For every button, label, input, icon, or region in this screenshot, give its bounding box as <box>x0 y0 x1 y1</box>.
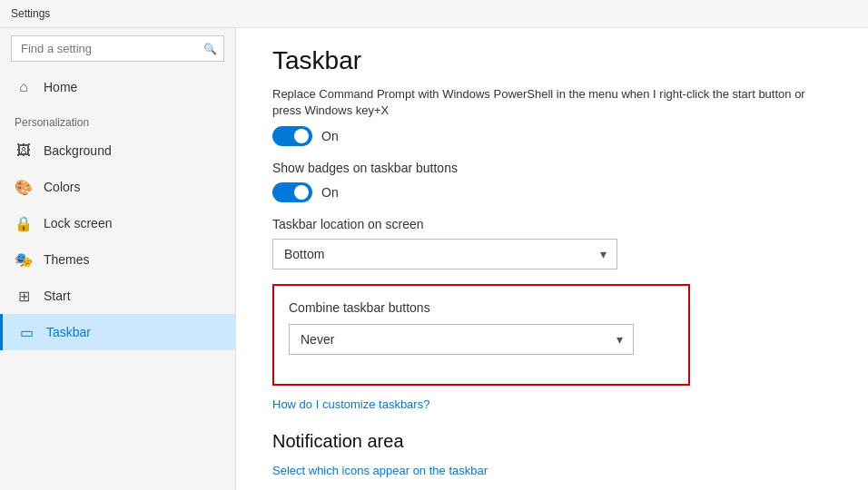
sidebar-item-taskbar-label: Taskbar <box>46 325 91 339</box>
app-title: Settings <box>11 7 50 20</box>
combine-dropdown[interactable]: Never Always, hide labels When taskbar i… <box>289 324 634 355</box>
location-label: Taskbar location on screen <box>272 217 832 231</box>
sidebar-item-lock-screen[interactable]: 🔒 Lock screen <box>0 205 235 241</box>
title-bar: Settings <box>0 0 868 28</box>
location-dropdown-wrapper: Bottom Top Left Right ▾ <box>272 239 617 270</box>
toggle2[interactable] <box>272 182 312 202</box>
sidebar-item-background[interactable]: 🖼 Background <box>0 132 235 169</box>
location-dropdown[interactable]: Bottom Top Left Right <box>272 239 617 270</box>
home-icon: ⌂ <box>15 78 33 96</box>
customize-link[interactable]: How do I customize taskbars? <box>272 397 429 411</box>
toggle1-knob <box>294 129 309 143</box>
sidebar-item-themes-label: Themes <box>44 252 90 267</box>
badges-label: Show badges on taskbar buttons <box>272 161 832 175</box>
sidebar-item-home-label: Home <box>44 80 77 94</box>
lock-icon: 🔒 <box>15 214 33 232</box>
sidebar-item-start[interactable]: ⊞ Start <box>0 278 235 314</box>
combine-dropdown-wrapper: Never Always, hide labels When taskbar i… <box>289 324 634 355</box>
themes-icon: 🎭 <box>15 250 33 269</box>
sidebar-item-taskbar[interactable]: ▭ Taskbar <box>0 314 235 350</box>
background-icon: 🖼 <box>15 142 33 160</box>
sidebar-item-background-label: Background <box>44 143 112 158</box>
sidebar-section-label: Personalization <box>0 105 235 132</box>
sidebar-item-colors-label: Colors <box>44 180 80 194</box>
sidebar-item-lock-label: Lock screen <box>44 216 112 230</box>
sidebar-item-themes[interactable]: 🎭 Themes <box>0 241 235 278</box>
start-icon: ⊞ <box>15 287 33 305</box>
sidebar: 🔍 ⌂ Home Personalization 🖼 Background 🎨 … <box>0 28 236 490</box>
sidebar-item-start-label: Start <box>44 289 71 303</box>
notification-link1[interactable]: Select which icons appear on the taskbar <box>272 464 488 477</box>
main-content: Taskbar Replace Command Prompt with Wind… <box>236 28 868 490</box>
toggle1-row: On <box>272 126 832 146</box>
search-icon: 🔍 <box>203 43 217 55</box>
sidebar-item-colors[interactable]: 🎨 Colors <box>0 169 235 205</box>
page-title: Taskbar <box>272 46 832 75</box>
search-container: 🔍 <box>11 35 224 62</box>
combine-box: Combine taskbar buttons Never Always, hi… <box>272 284 690 386</box>
toggle2-row: On <box>272 182 832 202</box>
combine-label: Combine taskbar buttons <box>289 300 674 315</box>
taskbar-icon: ▭ <box>17 323 35 341</box>
description-text: Replace Command Prompt with Windows Powe… <box>272 86 832 119</box>
sidebar-item-home[interactable]: ⌂ Home <box>0 69 235 105</box>
notification-title: Notification area <box>272 431 832 452</box>
search-input[interactable] <box>11 35 224 62</box>
toggle1-label: On <box>321 129 339 143</box>
toggle2-knob <box>294 185 309 200</box>
colors-icon: 🎨 <box>15 178 33 196</box>
toggle2-label: On <box>321 185 339 200</box>
toggle1[interactable] <box>272 126 312 146</box>
